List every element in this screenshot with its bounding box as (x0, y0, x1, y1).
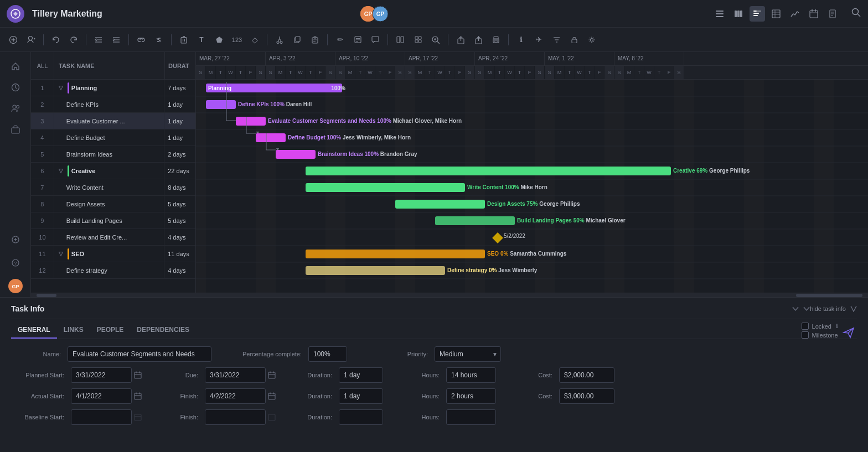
actual-duration-input[interactable] (339, 388, 383, 404)
due-input[interactable] (205, 367, 266, 383)
calendar-icon-3[interactable] (134, 392, 142, 400)
columns-view-icon[interactable] (731, 6, 746, 22)
table-row[interactable]: 5 Brainstorm Ideas 2 days (31, 146, 195, 163)
send-btn[interactable]: ✈ (531, 32, 546, 48)
hours-input[interactable] (446, 367, 496, 383)
diamond-btn[interactable]: ◇ (247, 32, 262, 48)
milestone-checkbox[interactable] (802, 331, 809, 339)
calendar-icon-2[interactable] (268, 371, 276, 379)
unlink-btn[interactable] (151, 32, 167, 48)
analytics-view-icon[interactable] (787, 6, 803, 22)
gantt-view-icon[interactable] (750, 6, 765, 22)
add-user-btn[interactable] (23, 32, 39, 48)
share-btn[interactable] (471, 32, 486, 48)
locked-checkbox[interactable] (802, 323, 809, 330)
sidebar-help[interactable]: ? (7, 254, 24, 272)
sidebar-time[interactable] (7, 79, 24, 96)
sidebar-people[interactable] (7, 100, 24, 117)
gantt-bar-creative[interactable] (306, 167, 671, 175)
table-row[interactable]: 12 Define strategy 4 days (31, 262, 195, 279)
lock-btn[interactable] (566, 32, 582, 48)
table-row[interactable]: 6 ▽ Creative 22 days (31, 163, 195, 179)
gantt-bar-brainstorm[interactable] (276, 150, 316, 159)
docs-view-icon[interactable] (825, 6, 840, 22)
outdent-btn[interactable] (91, 32, 106, 48)
table-row[interactable]: 4 Define Budget 1 day (31, 129, 195, 146)
export-btn[interactable] (453, 32, 468, 48)
collapse-btn[interactable] (792, 306, 810, 311)
table-row[interactable]: 10 Review and Edit Cre... 4 days (31, 229, 195, 246)
comment-btn[interactable] (368, 32, 383, 48)
info-btn[interactable]: ℹ (513, 32, 529, 48)
actual-cost-input[interactable] (559, 388, 614, 404)
copy-btn[interactable] (290, 32, 305, 48)
table-row[interactable]: 3 Evaluate Customer ... 1 day (31, 113, 195, 129)
planned-start-input[interactable] (71, 367, 132, 383)
priority-select[interactable]: Medium Low High (435, 346, 501, 362)
group-toggle[interactable]: ▽ (59, 168, 64, 174)
tab-dependencies[interactable]: DEPENDENCIES (130, 322, 196, 339)
split-btn[interactable] (392, 32, 408, 48)
group-toggle[interactable]: ▽ (59, 251, 64, 257)
sidebar-home[interactable] (7, 58, 24, 75)
hide-task-info-btn[interactable]: hide task info (810, 305, 846, 312)
print-btn[interactable] (488, 32, 504, 48)
sidebar-add[interactable] (7, 231, 24, 248)
name-input[interactable] (68, 346, 211, 362)
horizontal-scrollbar[interactable] (31, 293, 868, 297)
calendar-icon-4[interactable] (268, 392, 276, 400)
paste-btn[interactable] (307, 32, 323, 48)
table-row[interactable]: 2 Define KPIs 1 day (31, 96, 195, 113)
actual-start-input[interactable] (71, 388, 132, 404)
table-row[interactable]: 1 ▽ Planning 7 days (31, 80, 195, 96)
group-toggle[interactable]: ▽ (59, 85, 64, 91)
undo-btn[interactable] (48, 32, 64, 48)
redo-btn[interactable] (66, 32, 81, 48)
shape-btn[interactable]: ⬟ (211, 32, 227, 48)
duration-input[interactable] (339, 367, 383, 383)
zoom-btn[interactable] (428, 32, 443, 48)
text-btn[interactable]: T (194, 32, 209, 48)
baseline-start-input[interactable] (71, 409, 132, 425)
finish-input[interactable] (205, 388, 266, 404)
table-row[interactable]: 7 Write Content 8 days (31, 179, 195, 196)
baseline-duration-input[interactable] (339, 409, 383, 425)
calendar-icon-1[interactable] (134, 371, 142, 379)
baseline-hours-input[interactable] (446, 409, 496, 425)
sidebar-user-avatar[interactable]: GP (7, 277, 24, 295)
pen-btn[interactable]: ✏ (332, 32, 348, 48)
grid-btn[interactable] (410, 32, 426, 48)
number-btn[interactable]: 123 (229, 32, 245, 48)
indent-btn[interactable] (108, 32, 124, 48)
delete-btn[interactable] (176, 32, 192, 48)
filter-btn[interactable] (549, 32, 564, 48)
table-view-icon[interactable] (768, 6, 784, 22)
link-btn[interactable] (133, 32, 149, 48)
settings-btn[interactable] (584, 32, 600, 48)
note-btn[interactable] (350, 32, 365, 48)
table-row[interactable]: 11 ▽ SEO 11 days (31, 246, 195, 262)
gantt-bar-seo[interactable] (306, 250, 485, 258)
tab-links[interactable]: LINKS (57, 322, 90, 339)
cut-btn[interactable] (272, 32, 287, 48)
pct-input[interactable] (308, 346, 347, 362)
gantt-bar-budget[interactable] (256, 133, 286, 142)
baseline-finish-input[interactable] (205, 409, 266, 425)
table-row[interactable]: 8 Design Assets 5 days (31, 196, 195, 212)
tab-people[interactable]: PEOPLE (90, 322, 131, 339)
table-row[interactable]: 9 Build Landing Pages 5 days (31, 212, 195, 229)
gantt-bar-design-assets[interactable] (395, 200, 485, 209)
search-button[interactable] (851, 8, 861, 20)
send-icon[interactable] (843, 326, 855, 339)
sidebar-portfolio[interactable] (7, 121, 24, 138)
gantt-bar-define-kpis[interactable] (206, 100, 236, 109)
gantt-bar-define-strategy[interactable] (306, 266, 445, 275)
actual-hours-input[interactable] (446, 388, 496, 404)
gantt-bar-write-content[interactable] (306, 183, 465, 192)
list-view-icon[interactable] (712, 6, 727, 22)
gantt-bar-landing[interactable] (435, 216, 515, 225)
gantt-bar-evaluate[interactable] (236, 117, 266, 126)
cost-input[interactable] (559, 367, 614, 383)
calendar-view-icon[interactable] (806, 6, 822, 22)
tab-general[interactable]: GENERAL (11, 322, 57, 339)
